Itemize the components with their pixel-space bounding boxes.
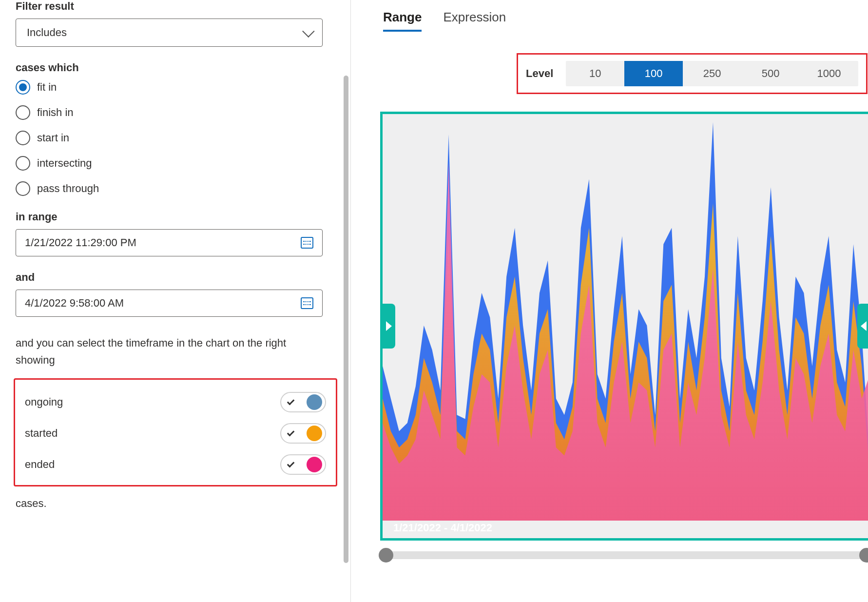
filter-panel: Filter result Includes cases which fit i… [0,0,351,602]
chart-wrap: 1/21/2022 - 4/1/2022 [380,112,868,559]
in-range-label: in range [16,211,337,223]
date-to-input[interactable]: 4/1/2022 9:58:00 AM [16,290,323,317]
tabs: RangeExpression [380,10,868,32]
slider-handle-right[interactable] [859,548,868,563]
cases-which-label: cases which [16,61,337,74]
cases-radio-group: fit infinish instart inintersectingpass … [16,80,337,196]
check-icon [287,398,295,406]
radio-label: fit in [37,81,57,94]
radio-label: finish in [37,106,74,119]
chart[interactable]: 1/21/2022 - 4/1/2022 [380,112,868,541]
toggle-started: started [25,418,326,449]
level-selector: Level 101002505001000 [517,53,868,94]
level-500[interactable]: 500 [741,61,800,86]
toggle-ended: ended [25,449,326,480]
level-100[interactable]: 100 [624,61,683,86]
cases-radio-pass-through[interactable]: pass through [16,181,337,196]
check-icon [287,429,295,437]
help-text: and you can select the timeframe in the … [16,334,328,369]
radio-icon [16,80,30,95]
filter-result-value: Includes [27,26,67,39]
date-from-input[interactable]: 1/21/2022 11:29:00 PM [16,229,323,256]
tab-range[interactable]: Range [383,10,422,32]
calendar-icon[interactable] [301,237,313,249]
filter-result-select[interactable]: Includes [16,19,323,47]
footer-text: cases. [16,497,337,510]
cases-radio-intersecting[interactable]: intersecting [16,156,337,171]
range-handle-left[interactable] [383,304,395,349]
cases-radio-fit-in[interactable]: fit in [16,80,337,95]
tab-expression[interactable]: Expression [443,10,506,32]
radio-icon [16,156,30,171]
filter-result-label: Filter result [16,0,337,13]
scrollbar[interactable] [344,76,348,563]
radio-icon [16,181,30,196]
chart-panel: RangeExpression Level 101002505001000 1/… [351,0,868,602]
toggle-ongoing: ongoing [25,387,326,418]
date-from-value: 1/21/2022 11:29:00 PM [25,236,136,249]
radio-label: pass through [37,182,99,195]
check-icon [287,460,295,468]
series-toggle-box: ongoingstartedended [14,378,337,486]
chart-caption: 1/21/2022 - 4/1/2022 [393,522,492,534]
range-slider[interactable] [380,551,868,559]
and-label: and [16,271,337,284]
cases-radio-finish-in[interactable]: finish in [16,105,337,120]
level-segmented: 101002505001000 [566,61,858,86]
level-label: Level [526,67,553,80]
toggle-switch-ongoing[interactable] [280,392,326,412]
date-to-value: 4/1/2022 9:58:00 AM [25,297,124,310]
chart-svg [383,114,868,521]
toggle-knob [307,426,322,441]
toggle-label: ended [25,458,55,471]
toggle-switch-ended[interactable] [280,454,326,475]
toggle-knob [307,394,322,410]
slider-handle-left[interactable] [379,548,393,563]
toggle-knob [307,457,322,472]
radio-icon [16,131,30,145]
toggle-label: ongoing [25,396,63,408]
level-1000[interactable]: 1000 [800,61,858,86]
toggle-switch-started[interactable] [280,423,326,444]
calendar-icon[interactable] [301,297,313,309]
chevron-down-icon [302,25,314,37]
level-250[interactable]: 250 [683,61,741,86]
toggle-label: started [25,427,58,440]
level-10[interactable]: 10 [566,61,624,86]
cases-radio-start-in[interactable]: start in [16,131,337,145]
radio-icon [16,105,30,120]
range-handle-right[interactable] [857,304,868,349]
radio-label: intersecting [37,157,92,170]
radio-label: start in [37,132,69,144]
